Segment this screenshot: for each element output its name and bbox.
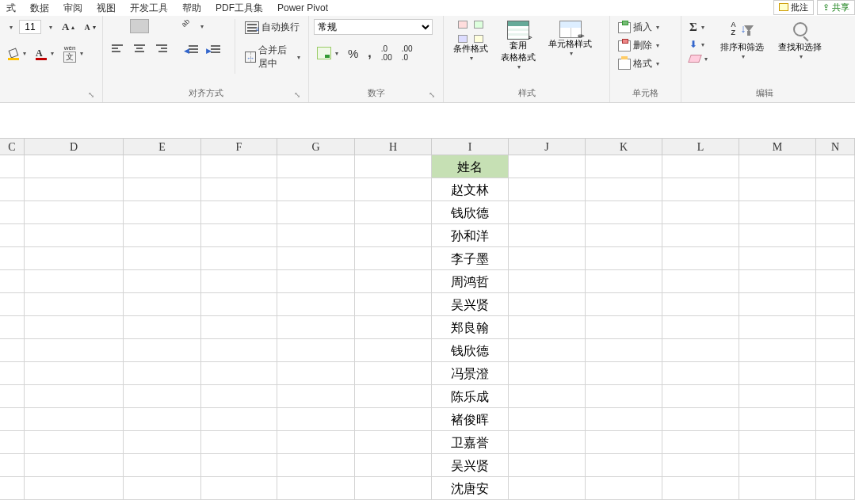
cell[interactable] — [509, 316, 586, 338]
cell[interactable] — [25, 293, 124, 315]
cell[interactable] — [355, 201, 432, 223]
font-launcher[interactable]: ⤡ — [88, 90, 94, 99]
column-header-F[interactable]: F — [201, 139, 277, 155]
cell[interactable] — [816, 270, 855, 292]
cell[interactable] — [662, 316, 739, 338]
column-header-J[interactable]: J — [509, 139, 586, 155]
cell[interactable] — [586, 293, 662, 315]
cell[interactable] — [25, 178, 124, 200]
cell[interactable] — [355, 293, 432, 315]
share-button[interactable]: ⇪共享 — [817, 0, 855, 15]
cell[interactable] — [0, 270, 25, 292]
cell[interactable]: 钱欣德 — [432, 201, 509, 223]
cell[interactable] — [25, 316, 124, 338]
cell[interactable] — [201, 408, 277, 430]
cell[interactable] — [124, 155, 201, 178]
cell[interactable] — [277, 178, 355, 200]
cell[interactable] — [586, 454, 662, 476]
sort-filter-button[interactable]: 排序和筛选▾ — [716, 19, 769, 66]
menu-formula[interactable]: 式 — [6, 2, 16, 15]
cell[interactable] — [277, 431, 355, 453]
align-right-button[interactable] — [152, 41, 171, 55]
cell[interactable] — [739, 270, 816, 292]
cell[interactable] — [662, 201, 739, 223]
cell[interactable]: 褚俊晖 — [432, 408, 509, 430]
cell[interactable]: 沈唐安 — [432, 477, 509, 499]
cell[interactable] — [355, 477, 432, 499]
cell[interactable]: 周鸿哲 — [432, 270, 509, 292]
decrease-decimal-button[interactable]: .00.0 — [399, 43, 416, 63]
cell[interactable] — [662, 431, 739, 453]
cell[interactable] — [0, 454, 25, 476]
cell[interactable] — [201, 362, 277, 384]
cell[interactable] — [509, 201, 586, 223]
cell[interactable] — [0, 178, 25, 200]
cell[interactable] — [816, 454, 855, 476]
cell[interactable] — [586, 247, 662, 269]
cell[interactable] — [277, 316, 355, 338]
accounting-format-button[interactable]: ▾ — [314, 45, 342, 61]
cell[interactable]: 姓名 — [432, 155, 509, 178]
cell[interactable] — [201, 385, 277, 407]
cell[interactable] — [0, 477, 25, 499]
cell[interactable] — [586, 224, 662, 246]
decrease-indent-button[interactable]: ◀ — [182, 41, 201, 55]
column-header-I[interactable]: I — [432, 139, 509, 155]
cell[interactable] — [586, 477, 662, 499]
cell[interactable] — [586, 316, 662, 338]
percent-button[interactable]: % — [345, 45, 361, 62]
comma-button[interactable]: , — [365, 44, 374, 62]
cell[interactable] — [662, 178, 739, 200]
column-header-G[interactable]: G — [277, 139, 355, 155]
cell[interactable] — [739, 408, 816, 430]
cell[interactable] — [509, 155, 586, 178]
cell[interactable] — [509, 224, 586, 246]
cell[interactable] — [816, 316, 855, 338]
cell[interactable] — [739, 431, 816, 453]
cell[interactable] — [355, 155, 432, 178]
cell[interactable] — [586, 362, 662, 384]
cell[interactable] — [739, 224, 816, 246]
cell[interactable] — [586, 270, 662, 292]
cell[interactable]: 吴兴贤 — [432, 293, 509, 315]
comments-button[interactable]: 批注 — [773, 0, 814, 15]
cell[interactable] — [355, 270, 432, 292]
cell[interactable] — [816, 224, 855, 246]
cell[interactable] — [355, 178, 432, 200]
menu-view[interactable]: 视图 — [97, 2, 116, 15]
cell[interactable]: 冯景澄 — [432, 362, 509, 384]
cell[interactable] — [201, 270, 277, 292]
cell[interactable] — [124, 224, 201, 246]
cell[interactable] — [0, 431, 25, 453]
cell[interactable] — [355, 247, 432, 269]
column-header-H[interactable]: H — [355, 139, 432, 155]
cell[interactable] — [277, 247, 355, 269]
cell[interactable] — [124, 362, 201, 384]
cell[interactable] — [355, 339, 432, 361]
cell[interactable] — [586, 408, 662, 430]
cell[interactable] — [25, 477, 124, 499]
cell[interactable] — [124, 431, 201, 453]
cell[interactable] — [509, 385, 586, 407]
cell[interactable]: 陈乐成 — [432, 385, 509, 407]
cell[interactable] — [586, 431, 662, 453]
cell[interactable]: 卫嘉誉 — [432, 431, 509, 453]
cell[interactable] — [816, 178, 855, 200]
number-format-select[interactable]: 常规 — [314, 19, 433, 35]
cell[interactable] — [662, 385, 739, 407]
column-header-D[interactable]: D — [25, 139, 124, 155]
cell[interactable] — [816, 408, 855, 430]
cell[interactable] — [201, 247, 277, 269]
cell[interactable] — [586, 178, 662, 200]
cell[interactable] — [277, 385, 355, 407]
cell[interactable] — [816, 385, 855, 407]
cell[interactable] — [355, 454, 432, 476]
cell[interactable] — [662, 247, 739, 269]
increase-indent-button[interactable]: ◀ — [204, 41, 223, 55]
cell[interactable] — [124, 408, 201, 430]
cell[interactable] — [816, 155, 855, 178]
cell[interactable] — [355, 316, 432, 338]
cell[interactable] — [0, 316, 25, 338]
cell[interactable] — [662, 362, 739, 384]
font-color-button[interactable]: A▾ — [32, 46, 57, 62]
